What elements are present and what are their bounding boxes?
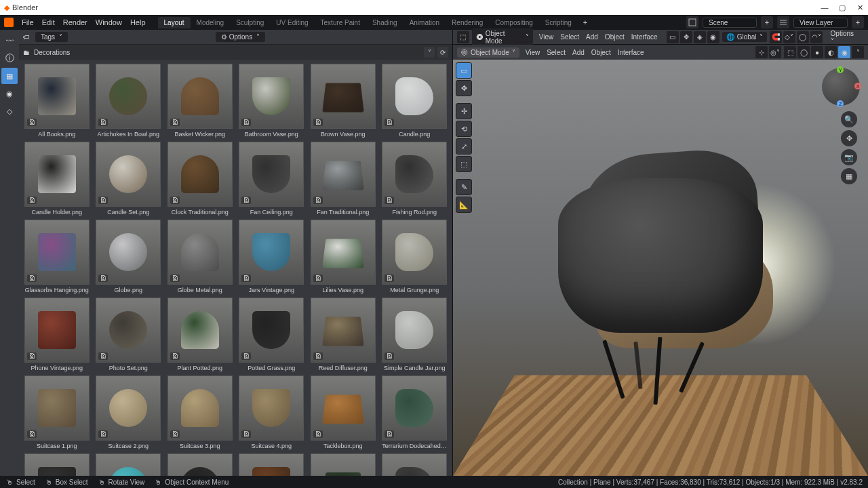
- asset-item[interactable]: Fan Traditional.png: [309, 142, 377, 216]
- asset-item[interactable]: Reed Diffuser.png: [309, 298, 377, 371]
- properties-icon[interactable]: ◇: [1, 103, 18, 119]
- overlay-visibility-icon[interactable]: ◎˅: [769, 46, 781, 58]
- tab-shading[interactable]: Shading: [366, 17, 403, 28]
- asset-item[interactable]: Bathroom Vase.png: [238, 64, 306, 138]
- asset-item[interactable]: Suitcase 1.png: [23, 375, 91, 449]
- asset-item[interactable]: Suitcase 2.png: [95, 375, 163, 449]
- menu-file[interactable]: File: [18, 17, 38, 28]
- rotate-tool[interactable]: ⟲: [456, 121, 472, 137]
- asset-browser-icon[interactable]: ▦: [1, 68, 18, 84]
- asset-item[interactable]: Candle.png: [381, 64, 449, 138]
- breadcrumb[interactable]: Decorations: [34, 49, 70, 56]
- asset-item[interactable]: Jars Vintage.png: [238, 220, 306, 293]
- viewport-3d[interactable]: ▭ ✥ ✢ ⟲ ⤢ ⬚ ✎ 📐 XYZ 🔍 ✥ 📷 ▦: [453, 60, 868, 476]
- shading-dropdown-icon[interactable]: ˅: [852, 46, 864, 58]
- filter-button[interactable]: ˅: [424, 47, 435, 58]
- asset-item[interactable]: [238, 453, 306, 476]
- outliner-icon[interactable]: ◉: [1, 85, 18, 102]
- vp-menu-select[interactable]: Select: [557, 32, 583, 42]
- minimize-button[interactable]: —: [821, 3, 829, 12]
- scene-browse-icon[interactable]: [686, 16, 698, 28]
- info-editor-icon[interactable]: ⓘ: [1, 50, 18, 66]
- asset-item[interactable]: Fishing Rod.png: [381, 142, 449, 216]
- vp-menu-add[interactable]: Add: [583, 32, 601, 42]
- asset-item[interactable]: [309, 453, 377, 476]
- asset-item[interactable]: Metal Grunge.png: [381, 220, 449, 293]
- vp-menu-select[interactable]: Select: [543, 47, 569, 58]
- asset-item[interactable]: Phone Vintage.png: [23, 298, 91, 371]
- mode-dropdown[interactable]: 🞉 Object Mode ˅: [472, 28, 533, 46]
- browser-options-dropdown[interactable]: ⚙ Options ˅: [216, 32, 265, 42]
- asset-item[interactable]: Fan Ceiling.png: [238, 142, 306, 216]
- vp-menu-object[interactable]: Object: [588, 47, 614, 58]
- vp-menu-interface[interactable]: Interface: [614, 47, 648, 58]
- chair-object[interactable]: [538, 147, 783, 405]
- asset-item[interactable]: Suitcase 4.png: [238, 375, 306, 449]
- perspective-toggle-button[interactable]: ▦: [841, 168, 857, 184]
- asset-item[interactable]: Plant Potted.png: [166, 298, 234, 371]
- add-workspace-button[interactable]: +: [579, 17, 591, 28]
- asset-item[interactable]: Clock Traditional.png: [166, 142, 234, 216]
- proportional-type-icon[interactable]: ◠˅: [810, 31, 823, 43]
- asset-item[interactable]: Potted Grass.png: [238, 298, 306, 371]
- close-button[interactable]: ✕: [856, 3, 864, 12]
- asset-item[interactable]: Globe.png: [95, 220, 163, 293]
- asset-item[interactable]: Glassorbs Hanging.png: [23, 220, 91, 293]
- viewlayer-new-icon[interactable]: +: [852, 16, 864, 28]
- tab-scripting[interactable]: Scripting: [539, 17, 578, 28]
- asset-item[interactable]: Lilies Vase.png: [309, 220, 377, 293]
- zoom-button[interactable]: 🔍: [841, 111, 857, 127]
- vp-menu-view[interactable]: View: [522, 47, 544, 58]
- asset-item[interactable]: All Books.png: [23, 64, 91, 138]
- asset-item[interactable]: Globe Metal.png: [166, 220, 234, 293]
- proportional-icon[interactable]: ◯: [797, 31, 809, 43]
- cursor-tool[interactable]: ✥: [456, 80, 472, 96]
- move-tool[interactable]: ✢: [456, 103, 472, 119]
- vp-menu-interface[interactable]: Interface: [628, 32, 661, 42]
- xray-toggle-icon[interactable]: ⬚: [784, 46, 796, 58]
- vp-menu-object[interactable]: Object: [601, 32, 628, 42]
- shading-rendered-icon[interactable]: ◉: [838, 46, 850, 58]
- scene-name-field[interactable]: Scene: [703, 18, 757, 28]
- interaction-mode-dropdown[interactable]: 🞋 Object Mode ˅: [457, 47, 519, 58]
- gizmo-visibility-icon[interactable]: ⊹: [755, 46, 768, 58]
- asset-item[interactable]: [95, 453, 163, 476]
- python-console-icon[interactable]: 〰: [1, 33, 18, 49]
- shading-solid-icon[interactable]: ●: [811, 46, 823, 58]
- menu-window[interactable]: Window: [92, 17, 126, 28]
- asset-item[interactable]: Simple Candle Jar.png: [381, 298, 449, 371]
- gizmo-toggle-icon[interactable]: ◈: [694, 31, 706, 43]
- navigation-gizmo[interactable]: XYZ: [822, 68, 860, 106]
- tab-animation[interactable]: Animation: [403, 17, 446, 28]
- overlay-toggle-icon[interactable]: ◉: [707, 31, 719, 43]
- asset-item[interactable]: [166, 453, 234, 476]
- refresh-button[interactable]: ⟳: [437, 47, 448, 58]
- asset-item[interactable]: Candle Holder.png: [23, 142, 91, 216]
- tab-modeling[interactable]: Modeling: [191, 17, 231, 28]
- maximize-button[interactable]: ▢: [838, 3, 846, 12]
- vp-menu-add[interactable]: Add: [569, 47, 588, 58]
- tab-layout[interactable]: Layout: [158, 17, 191, 28]
- asset-item[interactable]: [23, 453, 91, 476]
- tab-sculpting[interactable]: Sculpting: [230, 17, 270, 28]
- tab-rendering[interactable]: Rendering: [446, 17, 489, 28]
- menu-help[interactable]: Help: [126, 17, 150, 28]
- editor-type-icon[interactable]: ⬚: [457, 31, 469, 43]
- scale-tool[interactable]: ⤢: [456, 138, 472, 155]
- vp-menu-view[interactable]: View: [536, 32, 557, 42]
- select-mode-icon[interactable]: ▭: [667, 31, 679, 43]
- viewlayer-name-field[interactable]: View Layer: [793, 18, 848, 28]
- asset-item[interactable]: Suitcase 3.png: [166, 375, 234, 449]
- snap-type-icon[interactable]: ◇˅: [783, 31, 795, 43]
- shading-material-icon[interactable]: ◐: [825, 46, 837, 58]
- asset-item[interactable]: Tacklebox.png: [309, 375, 377, 449]
- tab-uv-editing[interactable]: UV Editing: [270, 17, 314, 28]
- asset-item[interactable]: [381, 453, 449, 476]
- orientation-dropdown[interactable]: 🌐 Global ˅: [722, 32, 767, 42]
- asset-item[interactable]: Basket Wicker.png: [166, 64, 234, 138]
- shading-wireframe-icon[interactable]: ◯: [797, 46, 810, 58]
- annotate-tool[interactable]: ✎: [456, 179, 472, 195]
- measure-tool[interactable]: 📐: [456, 197, 472, 213]
- snap-icon[interactable]: 🧲: [770, 31, 782, 43]
- cursor-tool-icon[interactable]: ✥: [680, 31, 692, 43]
